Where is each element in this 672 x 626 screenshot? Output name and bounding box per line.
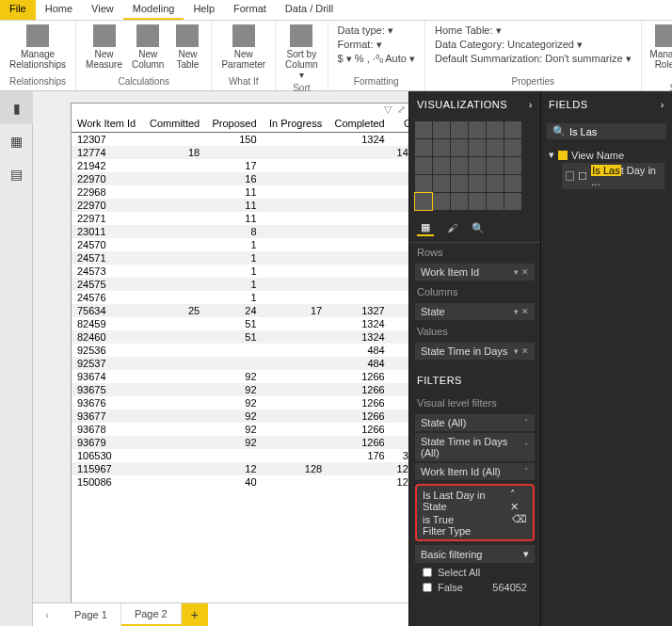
- viz-type-icon[interactable]: [504, 175, 521, 192]
- column-header[interactable]: Committed: [143, 115, 206, 133]
- table-row[interactable]: 123071501324: [72, 133, 408, 147]
- viz-type-icon[interactable]: [469, 139, 486, 156]
- table-row[interactable]: 245711: [72, 251, 408, 265]
- viz-type-icon[interactable]: [433, 157, 450, 174]
- new-measure-button[interactable]: NewMeasure: [82, 23, 126, 72]
- viz-type-icon[interactable]: [451, 175, 468, 192]
- table-row[interactable]: 2296811: [72, 185, 408, 199]
- table-row[interactable]: 245751: [72, 278, 408, 291]
- matrix-visual[interactable]: ▽ ⤢ ⋯ Work Item IdCommittedProposedIn Pr…: [71, 103, 408, 602]
- filter-card[interactable]: State Time in Days (All)˅: [415, 433, 535, 461]
- viz-type-icon[interactable]: [504, 121, 521, 138]
- properties-options[interactable]: Home Table: ▾Data Category: Uncategorize…: [431, 23, 635, 67]
- columns-well[interactable]: State▾ ✕: [415, 303, 535, 320]
- rows-well[interactable]: Work Item Id▾ ✕: [415, 264, 535, 281]
- table-row[interactable]: 245701: [72, 238, 408, 251]
- manage-roles-button[interactable]: ManageRoles: [648, 23, 672, 72]
- collapse-icon[interactable]: ›: [661, 99, 664, 110]
- table-row[interactable]: 93674921266: [72, 370, 408, 383]
- new-table-button[interactable]: NewTable: [169, 23, 205, 72]
- viz-type-icon[interactable]: [451, 157, 468, 174]
- visual-focus-icon[interactable]: ⤢: [397, 104, 406, 116]
- column-header[interactable]: In Progress: [263, 115, 328, 133]
- add-page-button[interactable]: +: [182, 603, 208, 626]
- tab-help[interactable]: Help: [184, 0, 224, 20]
- column-header[interactable]: Completed: [328, 115, 391, 133]
- viz-type-icon[interactable]: [469, 121, 486, 138]
- table-row[interactable]: 82460511324: [72, 330, 408, 344]
- data-view-icon[interactable]: ▦: [0, 124, 33, 157]
- filter-card[interactable]: Work Item Id (All)˅: [415, 463, 535, 480]
- table-row[interactable]: 106530176308: [72, 449, 408, 462]
- page-prev[interactable]: ‹: [33, 603, 61, 626]
- table-row[interactable]: 2297111: [72, 212, 408, 225]
- search-input[interactable]: [569, 126, 672, 137]
- page-tab[interactable]: Page 1: [61, 603, 121, 626]
- column-header[interactable]: Work Item Id: [72, 115, 143, 133]
- filter-mode-dropdown[interactable]: Basic filtering▾: [415, 545, 535, 563]
- table-row[interactable]: 230118: [72, 225, 408, 238]
- table-row[interactable]: 93679921266: [72, 436, 408, 449]
- column-header[interactable]: Cut: [391, 115, 408, 133]
- table-row[interactable]: 93675921266: [72, 383, 408, 396]
- viz-type-icon[interactable]: [469, 193, 486, 210]
- viz-type-icon[interactable]: [433, 139, 450, 156]
- manage-relationships-button[interactable]: ManageRelationships: [6, 23, 70, 72]
- viz-type-icon[interactable]: [487, 121, 504, 138]
- fields-search[interactable]: 🔍: [547, 123, 666, 139]
- viz-type-icon[interactable]: [504, 139, 521, 156]
- viz-type-icon[interactable]: [415, 157, 432, 174]
- viz-type-icon[interactable]: [487, 175, 504, 192]
- tab-home[interactable]: Home: [36, 0, 82, 20]
- formatting-options[interactable]: Data type: ▾Format: ▾$ ▾ % , ·⁰₀ Auto ▾: [334, 23, 419, 67]
- viz-type-icon[interactable]: [415, 139, 432, 156]
- viz-type-icon[interactable]: [451, 121, 468, 138]
- table-row[interactable]: 2297016: [72, 172, 408, 185]
- tab-view[interactable]: View: [82, 0, 123, 20]
- viz-type-icon[interactable]: [487, 157, 504, 174]
- new-column-button[interactable]: NewColumn: [128, 23, 168, 72]
- table-row[interactable]: 82459511324: [72, 317, 408, 330]
- filter-card[interactable]: State (All)˅: [415, 414, 535, 431]
- filter-option[interactable]: Select All: [409, 565, 540, 580]
- viz-type-icon[interactable]: [487, 139, 504, 156]
- viz-type-icon[interactable]: [504, 193, 521, 210]
- viz-type-icon[interactable]: [433, 121, 450, 138]
- viz-gallery[interactable]: [409, 118, 540, 214]
- collapse-icon[interactable]: ›: [529, 99, 533, 110]
- column-header[interactable]: Proposed: [205, 115, 262, 133]
- sort-by-column--button[interactable]: Sort byColumn ▾: [281, 23, 321, 82]
- table-node[interactable]: ▾ View Name: [549, 149, 664, 161]
- table-row[interactable]: 2297011: [72, 199, 408, 212]
- tab-modeling[interactable]: Modeling: [123, 0, 184, 20]
- tab-format[interactable]: Format: [224, 0, 276, 20]
- table-row[interactable]: 92536484: [72, 344, 408, 357]
- values-well[interactable]: State Time in Days▾ ✕: [415, 343, 535, 360]
- viz-type-icon[interactable]: [504, 157, 521, 174]
- filter-option[interactable]: False564052: [409, 580, 540, 595]
- viz-type-icon[interactable]: [487, 193, 504, 210]
- viz-type-icon[interactable]: [451, 193, 468, 210]
- new-parameter-button[interactable]: NewParameter: [217, 23, 269, 72]
- viz-type-icon[interactable]: [415, 193, 432, 210]
- viz-type-icon[interactable]: [415, 121, 432, 138]
- tab-file[interactable]: File: [0, 0, 36, 20]
- viz-type-icon[interactable]: [451, 139, 468, 156]
- viz-type-icon[interactable]: [415, 175, 432, 192]
- fields-tab-icon[interactable]: ▦: [417, 219, 434, 236]
- table-row[interactable]: 2194217: [72, 159, 408, 172]
- table-row[interactable]: 245761: [72, 291, 408, 304]
- table-row[interactable]: 756342524171327: [72, 304, 408, 317]
- table-row[interactable]: 93676921266: [72, 396, 408, 409]
- analytics-tab-icon[interactable]: 🔍: [470, 219, 487, 236]
- viz-type-icon[interactable]: [433, 193, 450, 210]
- report-view-icon[interactable]: ▮: [0, 91, 33, 124]
- viz-type-icon[interactable]: [433, 175, 450, 192]
- model-view-icon[interactable]: ▤: [0, 157, 33, 190]
- table-row[interactable]: 245731: [72, 265, 408, 278]
- viz-type-icon[interactable]: [469, 175, 486, 192]
- active-filter-card[interactable]: Is Last Day in State˄ ✕ is True⌫ Filter …: [415, 484, 535, 541]
- table-row[interactable]: 92537484: [72, 357, 408, 370]
- table-row[interactable]: 93678921266: [72, 423, 408, 436]
- table-row[interactable]: 12774181456: [72, 146, 408, 159]
